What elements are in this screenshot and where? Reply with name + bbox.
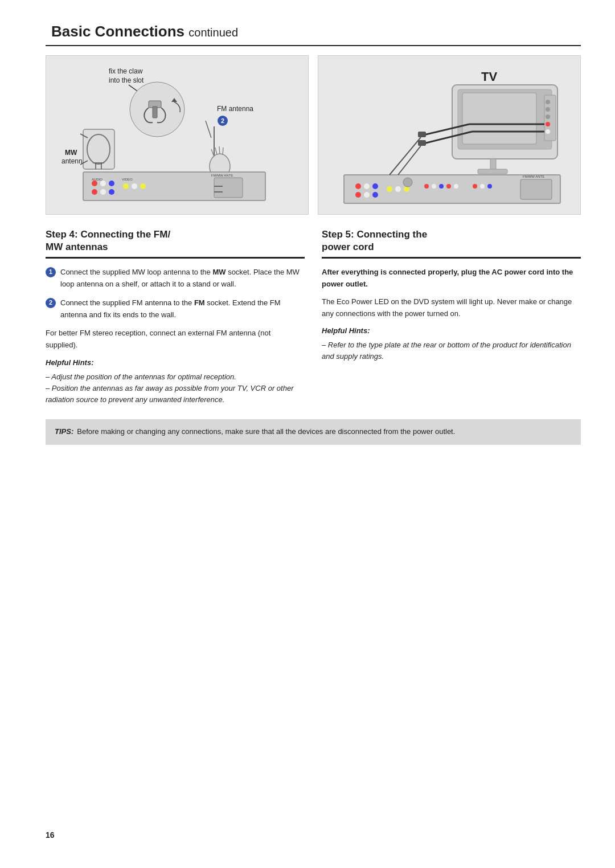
- step4-column: Step 4: Connecting the FM/ MW antennas 1…: [46, 228, 305, 406]
- tips-label: TIPS:: [55, 426, 73, 438]
- svg-text:into the slot: into the slot: [109, 76, 144, 84]
- svg-point-80: [487, 184, 492, 189]
- svg-point-29: [92, 181, 97, 186]
- step4-item1: 1 Connect the supplied MW loop antenna t…: [46, 267, 305, 290]
- step4-item2: 2 Connect the supplied FM antenna to the…: [46, 297, 305, 321]
- svg-text:FM/MW ANTE: FM/MW ANTE: [211, 174, 233, 177]
- svg-point-77: [454, 184, 458, 189]
- step5-column: Step 5: Connecting the power cord After …: [322, 228, 581, 406]
- svg-point-65: [364, 183, 370, 189]
- svg-point-30: [100, 181, 106, 186]
- tips-box: TIPS: Before making or changing any conn…: [46, 419, 581, 445]
- svg-text:FM/MW ANTE: FM/MW ANTE: [523, 175, 544, 178]
- diagram-right: TV: [318, 55, 581, 215]
- step4-item2-number: 2: [46, 298, 56, 308]
- svg-point-64: [355, 183, 361, 189]
- step5-hints-title: Helpful Hints:: [322, 325, 581, 337]
- svg-point-72: [404, 186, 409, 192]
- svg-rect-81: [520, 179, 552, 199]
- tips-text: Before making or changing any connection…: [77, 426, 455, 438]
- svg-point-54: [546, 129, 550, 134]
- diagram-left: fix the claw into the slot MW antenna: [46, 55, 309, 215]
- svg-point-73: [424, 184, 429, 189]
- svg-text:AUDIO: AUDIO: [92, 178, 102, 181]
- svg-text:FM antenna: FM antenna: [217, 105, 253, 113]
- svg-rect-6: [153, 107, 157, 118]
- steps-row: Step 4: Connecting the FM/ MW antennas 1…: [46, 228, 581, 406]
- svg-point-69: [372, 192, 378, 198]
- svg-text:fix the claw: fix the claw: [109, 67, 143, 75]
- svg-point-78: [473, 184, 477, 189]
- step5-body: The Eco Power LED on the DVD system will…: [322, 296, 581, 320]
- svg-point-51: [546, 107, 550, 112]
- svg-text:TV: TV: [481, 69, 497, 84]
- antenna-diagram-svg: fix the claw into the slot MW antenna: [46, 61, 308, 209]
- svg-point-34: [109, 189, 114, 195]
- page-number: 16: [46, 830, 55, 840]
- step5-heading: Step 5: Connecting the power cord: [322, 228, 581, 259]
- svg-rect-60: [418, 140, 426, 146]
- svg-point-31: [109, 181, 114, 186]
- svg-point-33: [100, 189, 106, 195]
- step5-hint1: – Refer to the type plate at the rear or…: [322, 339, 581, 362]
- svg-point-67: [355, 192, 361, 198]
- svg-rect-38: [214, 178, 243, 198]
- step4-hints-title: Helpful Hints:: [46, 357, 305, 369]
- svg-point-37: [140, 183, 146, 189]
- step5-bold-intro: After everything is connected properly, …: [322, 267, 581, 290]
- svg-point-74: [432, 184, 436, 189]
- step4-item1-number: 1: [46, 267, 56, 277]
- svg-text:VIDEO: VIDEO: [122, 178, 133, 181]
- step4-heading: Step 4: Connecting the FM/ MW antennas: [46, 228, 305, 259]
- svg-point-66: [372, 183, 378, 189]
- step4-item2-text: Connect the supplied FM antenna to the F…: [60, 297, 305, 321]
- svg-text:2: 2: [221, 117, 224, 124]
- svg-rect-48: [462, 93, 536, 144]
- svg-text:MW: MW: [65, 149, 77, 157]
- title-rule: [46, 45, 581, 46]
- svg-point-50: [546, 100, 550, 104]
- svg-point-70: [387, 186, 392, 192]
- svg-rect-59: [418, 132, 426, 137]
- step4-extra: For better FM stereo reception, connect …: [46, 327, 305, 351]
- svg-text:antenna: antenna: [62, 157, 87, 165]
- step4-hints: Helpful Hints: – Adjust the position of …: [46, 357, 305, 406]
- svg-rect-62: [478, 169, 507, 174]
- svg-point-75: [439, 184, 444, 189]
- svg-rect-61: [490, 159, 496, 170]
- step5-hints: Helpful Hints: – Refer to the type plate…: [322, 325, 581, 362]
- svg-point-36: [132, 183, 137, 189]
- step4-item1-text: Connect the supplied MW loop antenna to …: [60, 267, 305, 290]
- svg-point-32: [92, 189, 97, 195]
- tv-diagram-svg: TV: [318, 61, 580, 209]
- svg-line-26: [219, 146, 220, 154]
- svg-point-71: [395, 186, 401, 192]
- diagrams-row: fix the claw into the slot MW antenna: [46, 55, 581, 215]
- svg-point-53: [546, 122, 550, 126]
- step4-hint1: – Adjust the position of the antennas fo…: [46, 371, 305, 406]
- svg-point-52: [546, 114, 550, 119]
- svg-point-83: [403, 178, 412, 187]
- svg-point-35: [123, 183, 129, 189]
- step4-content: 1 Connect the supplied MW loop antenna t…: [46, 267, 305, 406]
- step5-content: After everything is connected properly, …: [322, 267, 581, 362]
- svg-line-27: [223, 148, 223, 155]
- svg-point-76: [446, 184, 451, 189]
- svg-point-68: [364, 192, 370, 198]
- page-title: Basic Connections continued: [46, 23, 581, 40]
- svg-point-79: [480, 184, 485, 189]
